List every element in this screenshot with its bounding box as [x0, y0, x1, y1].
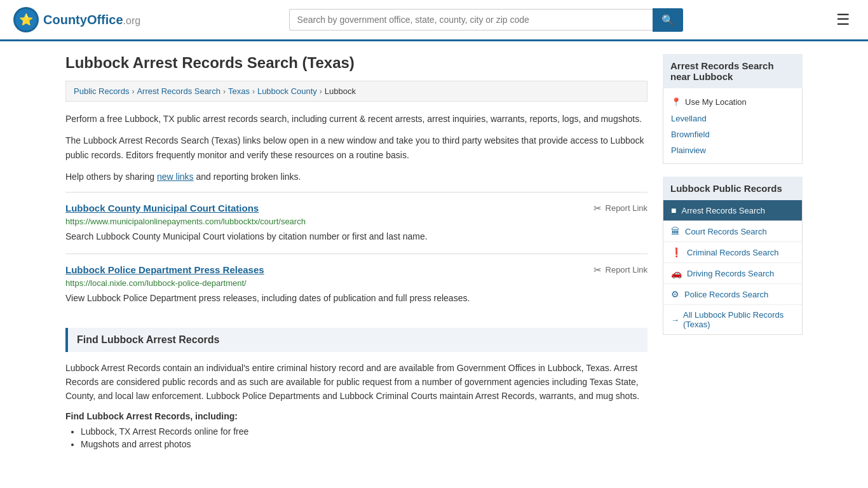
search-input[interactable] — [289, 9, 653, 30]
sidebar-record-criminal[interactable]: ❗ Criminal Records Search — [663, 242, 802, 263]
result-title-1[interactable]: Lubbock County Municipal Court Citations — [65, 203, 259, 214]
find-list-item-1: Lubbock, TX Arrest Records online for fr… — [81, 426, 648, 437]
breadcrumb-arrest-records-search[interactable]: Arrest Records Search — [137, 86, 220, 96]
arrow-right-icon: → — [671, 315, 679, 325]
result-desc-1: Search Lubbock County Municipal Court vi… — [65, 230, 648, 243]
breadcrumb-sep-3: › — [252, 87, 255, 96]
breadcrumb: Public Records › Arrest Records Search ›… — [65, 81, 648, 102]
search-button[interactable]: 🔍 — [653, 8, 683, 32]
find-list: Lubbock, TX Arrest Records online for fr… — [81, 426, 648, 449]
breadcrumb-sep-4: › — [320, 87, 322, 96]
result-header-2: Lubbock Police Department Press Releases… — [65, 264, 648, 276]
report-link-label-2: Report Link — [606, 265, 648, 274]
result-header-1: Lubbock County Municipal Court Citations… — [65, 203, 648, 214]
desc3-prefix: Help others by sharing — [65, 172, 157, 182]
sidebar-nearby-title: Arrest Records Search near Lubbock — [663, 54, 803, 88]
menu-button[interactable]: ☰ — [831, 8, 855, 31]
arrest-records-label: Arrest Records Search — [681, 206, 765, 215]
report-link-2[interactable]: ✂ Report Link — [593, 264, 648, 276]
logo-icon: ⭐ — [13, 6, 39, 33]
logo-text: CountyOffice.org — [43, 13, 140, 27]
find-section-title: Find Lubbock Arrest Records — [77, 334, 639, 346]
sidebar-record-arrest[interactable]: ■ Arrest Records Search — [663, 200, 802, 221]
content-area: Lubbock Arrest Records Search (Texas) Pu… — [65, 54, 648, 452]
result-title-2[interactable]: Lubbock Police Department Press Releases — [65, 264, 264, 275]
criminal-records-icon: ❗ — [671, 247, 682, 257]
new-links-link[interactable]: new links — [157, 172, 194, 182]
desc-para-1: Perform a free Lubbock, TX public arrest… — [65, 112, 648, 126]
find-list-item-2: Mugshots and arrest photos — [81, 439, 648, 449]
hamburger-icon: ☰ — [836, 11, 850, 28]
sidebar-location-list: 📍 Use My Location Levelland Brownfield P… — [663, 88, 803, 164]
sidebar-location-levelland[interactable]: Levelland — [663, 111, 802, 126]
sidebar-record-court[interactable]: 🏛 Court Records Search — [663, 221, 802, 242]
sidebar-records-list: ■ Arrest Records Search 🏛 Court Records … — [663, 200, 803, 335]
scissors-icon-2: ✂ — [593, 264, 602, 276]
police-records-icon: ⚙ — [671, 289, 679, 299]
desc3-suffix: and reporting broken links. — [194, 172, 301, 182]
driving-records-label: Driving Records Search — [687, 269, 774, 278]
desc-para-3: Help others by sharing new links and rep… — [65, 170, 648, 184]
find-section: Find Lubbock Arrest Records — [65, 328, 648, 352]
use-location-label: Use My Location — [685, 97, 747, 107]
find-para: Lubbock Arrest Records contain an indivi… — [65, 361, 648, 403]
arrest-records-icon: ■ — [671, 205, 676, 215]
breadcrumb-texas[interactable]: Texas — [228, 86, 250, 96]
desc-para-2: The Lubbock Arrest Records Search (Texas… — [65, 133, 648, 162]
sidebar-location-brownfield[interactable]: Brownfield — [663, 126, 802, 142]
scissors-icon-1: ✂ — [593, 203, 602, 214]
sidebar-use-location[interactable]: 📍 Use My Location — [663, 93, 802, 111]
sidebar-all-records-link[interactable]: → All Lubbock Public Records (Texas) — [663, 305, 802, 334]
police-records-label: Police Records Search — [684, 290, 768, 299]
search-bar: 🔍 — [289, 8, 683, 32]
sidebar-record-police[interactable]: ⚙ Police Records Search — [663, 284, 802, 305]
sidebar: Arrest Records Search near Lubbock 📍 Use… — [663, 54, 803, 452]
breadcrumb-sep-2: › — [223, 87, 226, 96]
breadcrumb-sep-1: › — [132, 87, 134, 96]
result-card-2: Lubbock Police Department Press Releases… — [65, 254, 648, 315]
court-records-label: Court Records Search — [685, 227, 767, 236]
find-subheading: Find Lubbock Arrest Records, including: — [65, 411, 648, 421]
location-pin-icon: 📍 — [671, 97, 681, 107]
result-url-2: https://local.nixle.com/lubbock-police-d… — [65, 278, 648, 288]
page-title: Lubbock Arrest Records Search (Texas) — [65, 54, 648, 72]
breadcrumb-lubbock: Lubbock — [325, 86, 356, 96]
sidebar-records-title: Lubbock Public Records — [663, 177, 803, 200]
svg-text:⭐: ⭐ — [19, 13, 34, 27]
report-link-1[interactable]: ✂ Report Link — [593, 203, 648, 214]
sidebar-nearby-section: Arrest Records Search near Lubbock 📍 Use… — [663, 54, 803, 164]
court-records-icon: 🏛 — [671, 226, 680, 236]
result-url-1: https://www.municipalonlinepayments.com/… — [65, 217, 648, 226]
main-container: Lubbock Arrest Records Search (Texas) Pu… — [53, 41, 815, 464]
search-icon: 🔍 — [661, 15, 674, 25]
all-records-label: All Lubbock Public Records (Texas) — [683, 310, 794, 329]
site-header: ⭐ CountyOffice.org 🔍 ☰ — [0, 0, 868, 41]
breadcrumb-public-records[interactable]: Public Records — [74, 86, 129, 96]
sidebar-record-driving[interactable]: 🚗 Driving Records Search — [663, 263, 802, 284]
sidebar-records-section: Lubbock Public Records ■ Arrest Records … — [663, 177, 803, 335]
result-card-1: Lubbock County Municipal Court Citations… — [65, 192, 648, 254]
result-desc-2: View Lubbock Police Department press rel… — [65, 292, 648, 305]
breadcrumb-lubbock-county[interactable]: Lubbock County — [257, 86, 317, 96]
logo[interactable]: ⭐ CountyOffice.org — [13, 6, 140, 33]
criminal-records-label: Criminal Records Search — [687, 248, 779, 257]
driving-records-icon: 🚗 — [671, 268, 682, 278]
sidebar-location-plainview[interactable]: Plainview — [663, 142, 802, 158]
report-link-label-1: Report Link — [606, 203, 648, 213]
